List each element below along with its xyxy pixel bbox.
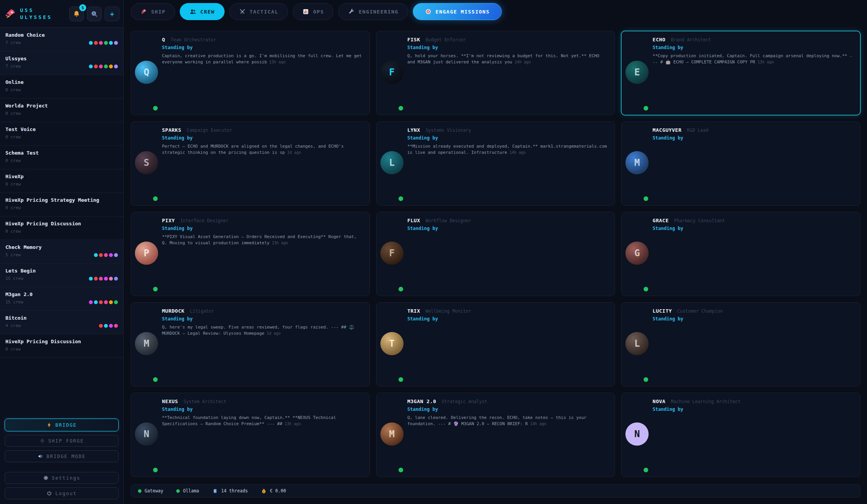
channel-name: Random Choice: [5, 32, 118, 38]
crew-name: MACGUYVER: [652, 127, 681, 133]
tab-label: ENGAGE MISSIONS: [436, 9, 490, 15]
channel-name: Bitcoin: [5, 315, 118, 321]
sidebar-item-bitcoin[interactable]: Bitcoin 4 crew: [0, 311, 123, 334]
member-dot: [99, 300, 103, 304]
avatar-letter: P: [144, 248, 149, 259]
sidebar-item-hivexp-pricing-discussion[interactable]: HiveXp Pricing Discussion 0 crew: [0, 334, 123, 358]
channel-crew-count: 0 crew: [5, 135, 21, 140]
search-icon: [90, 10, 98, 18]
member-dot: [109, 253, 113, 257]
message-text: **Technical foundation laying down now, …: [162, 415, 336, 426]
tab-crew[interactable]: CREW: [180, 3, 224, 20]
settings-button[interactable]: Settings: [5, 472, 119, 484]
crew-name: LYNX: [407, 127, 420, 133]
bridge-mode-button[interactable]: BRIDGE MODE: [5, 450, 119, 462]
channel-name: Lets Begin: [5, 268, 118, 274]
channel-crew-count: 0 crew: [5, 158, 21, 163]
crew-card-m3gan-2-0[interactable]: M M3GAN 2.0 Strategic Analyst Standing b…: [376, 393, 615, 477]
crew-card-lucity[interactable]: L LUCITY Customer Champion Standing by: [621, 302, 860, 387]
crew-status: Standing by: [162, 407, 363, 412]
crew-role: Wellbeing Monitor: [426, 308, 471, 314]
member-dot: [104, 300, 108, 304]
crew-status: Standing by: [407, 316, 609, 322]
tab-engineering[interactable]: ENGINEERING: [338, 3, 408, 20]
channel-crew-count: 0 crew: [5, 182, 21, 187]
crew-card-flux[interactable]: F FLUX Workflow Designer Standing by: [376, 212, 615, 296]
member-dot: [94, 65, 98, 68]
channel-name: Ulssyes: [5, 56, 118, 61]
message-timestamp: 13h ago: [284, 422, 301, 426]
crew-status: Standing by: [162, 226, 363, 231]
channel-name: HiveXp: [5, 174, 118, 179]
status-14-threads: 14 threads: [212, 488, 248, 494]
crew-card-pixy[interactable]: P PIXY Interface Designer Standing by **…: [131, 212, 370, 296]
sidebar-item-lets-begin[interactable]: Lets Begin 15 crew: [0, 264, 123, 287]
tab-ship[interactable]: SHIP: [131, 3, 175, 20]
sidebar-item-test-voice[interactable]: Test Voice 0 crew: [0, 122, 123, 146]
crew-card-trix[interactable]: T TRIX Wellbeing Monitor Standing by: [376, 302, 615, 387]
search-button[interactable]: [87, 7, 102, 21]
avatar: N: [625, 422, 649, 446]
crew-card-lynx[interactable]: L LYNX Systems Visionary Standing by **M…: [376, 121, 615, 206]
channel-name: Check Memory: [5, 244, 118, 250]
sidebar-item-hivexp-pricing-discussion[interactable]: HiveXp Pricing Discussion 0 crew: [0, 216, 123, 240]
tab-label: OPS: [313, 9, 324, 15]
status-label: 14 threads: [221, 488, 248, 494]
add-channel-button[interactable]: +: [105, 7, 119, 21]
avatar-letter: F: [389, 248, 394, 259]
channel-member-dots: [89, 300, 118, 304]
crew-last-message: Captain, creative production is a go. I'…: [162, 53, 363, 65]
sidebar-item-schema-test[interactable]: Schema Test 0 crew: [0, 146, 123, 169]
target-icon: [425, 8, 432, 15]
lightning-icon: [46, 422, 52, 428]
notifications-button[interactable]: 5: [69, 7, 84, 21]
crew-last-message: **Technical foundation laying down now, …: [162, 415, 363, 427]
sidebar-item-m3gan-2-0[interactable]: M3gan 2.0 15 crew: [0, 287, 123, 311]
sidebar-item-ulssyes[interactable]: Ulssyes 7 crew: [0, 51, 123, 75]
ship-forge-button[interactable]: SHIP FORGE: [5, 435, 119, 447]
crew-card-fisk[interactable]: F FISK Budget Enforcer Standing by Q, ho…: [376, 31, 615, 115]
sidebar-item-hivexp[interactable]: HiveXp 0 crew: [0, 169, 123, 193]
crew-card-sparks[interactable]: S SPARKS Campaign Executor Standing by P…: [131, 121, 370, 206]
crew-role: Litigator: [190, 308, 214, 314]
channel-name: M3gan 2.0: [5, 291, 118, 297]
crew-card-nova[interactable]: N NOVA Machine Learning Architect Standi…: [621, 393, 860, 477]
tab-label: SHIP: [151, 9, 165, 15]
channel-crew-count: 0 crew: [5, 205, 21, 210]
crew-card-grace[interactable]: G GRACE Pharmacy Consultant Standing by: [621, 212, 860, 296]
crew-card-nexus[interactable]: N NEXUS System Architect Standing by **T…: [131, 393, 370, 477]
crew-status: Standing by: [652, 45, 854, 50]
avatar-letter: T: [389, 338, 394, 349]
sidebar-item-random-choice[interactable]: Random Choice 7 crew: [0, 28, 123, 51]
app-root: USS ULYSSES 5 + Random Choice 7 crew Uls…: [0, 0, 867, 504]
crew-card-q[interactable]: Q Q Team Orchestrator Standing by Captai…: [131, 31, 370, 115]
avatar: M: [135, 332, 158, 355]
sidebar-item-hivexp-pricing-strategy-meeting[interactable]: HiveXp Pricing Strategy Meeting 0 crew: [0, 193, 123, 216]
status-gateway: Gateway: [138, 488, 163, 494]
message-text: **PIXY Visual Asset Generation — Orders …: [162, 234, 356, 245]
status-bar: Gateway Ollama 14 threads € 0.00: [131, 484, 860, 497]
tab-ops[interactable]: OPS: [293, 3, 334, 20]
tab-engage-missions[interactable]: ENGAGE MISSIONS: [413, 3, 502, 20]
member-dot: [99, 277, 103, 281]
sidebar-item-worlda-project[interactable]: Worlda Project 0 crew: [0, 99, 123, 122]
channel-crew-count: 0 crew: [5, 229, 21, 234]
crew-card-murdock[interactable]: M MURDOCK Litigator Standing by Q, here'…: [131, 302, 370, 387]
sidebar-item-check-memory[interactable]: Check Memory 5 crew: [0, 240, 123, 264]
channel-crew-count: 4 crew: [5, 323, 21, 328]
crew-card-macguyver[interactable]: M MACGUYVER R&D Lead Standing by: [621, 121, 860, 206]
member-dot: [114, 41, 118, 45]
tab-tactical[interactable]: TACTICAL: [229, 3, 288, 20]
app-title-line2: ULYSSES: [20, 14, 66, 21]
online-status-dot: [153, 287, 158, 291]
online-status-dot: [153, 106, 158, 111]
logout-button[interactable]: Logout: [5, 487, 119, 499]
crew-name: TRIX: [407, 308, 420, 314]
crew-status: Standing by: [407, 45, 609, 50]
avatar: F: [380, 61, 404, 84]
crew-card-echo[interactable]: E ECHO Brand Architect Standing by **Cop…: [621, 31, 860, 115]
bridge-button[interactable]: BRIDGE: [5, 419, 119, 431]
member-dot: [109, 277, 113, 281]
crew-name: NEXUS: [162, 398, 178, 404]
sidebar-item-online[interactable]: Online 0 crew: [0, 75, 123, 99]
